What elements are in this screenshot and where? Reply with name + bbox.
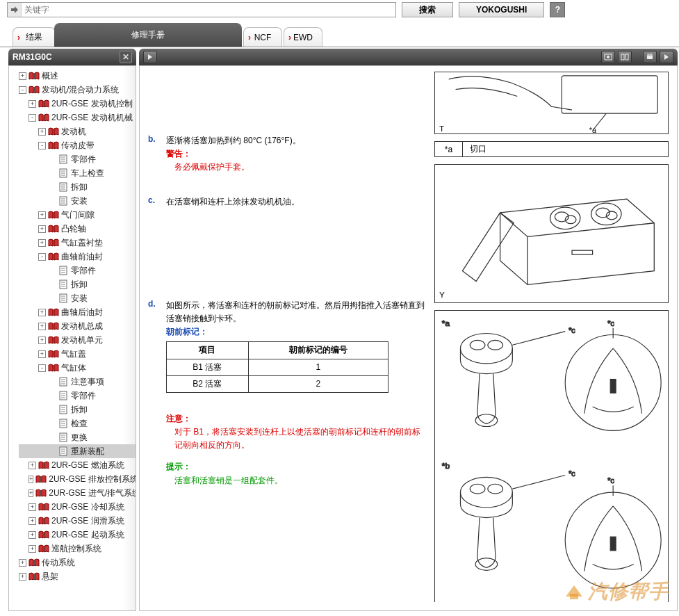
tree-item[interactable]: +气门间隙 [19,208,136,222]
expand-icon[interactable]: + [38,211,46,219]
toggle-blank [48,392,56,400]
expand-icon[interactable]: + [28,531,36,539]
tab-manual[interactable]: 修理手册 [54,23,242,47]
tree-item[interactable]: +概述 [19,69,136,83]
tree-item[interactable]: 车上检查 [19,166,136,180]
tree-item[interactable]: +悬架 [19,569,136,583]
svg-rect-113 [610,537,616,551]
expand-icon[interactable]: + [28,517,36,525]
view-single-button[interactable] [601,51,615,63]
search-input[interactable] [22,5,395,15]
tree-item[interactable]: 注意事项 [19,375,136,389]
tree-item[interactable]: 拆卸 [19,277,136,291]
tab-results[interactable]: ›结果 [13,27,56,47]
tree-item-label: 传动系统 [42,557,75,569]
tree-item[interactable]: +2UR-GSE 起动系统 [19,528,136,542]
help-button[interactable]: ? [550,2,565,17]
tree-item[interactable]: 更换 [19,430,136,444]
tree-item-label: 拆卸 [71,279,88,291]
toggle-blank [48,420,56,428]
expand-icon[interactable]: + [28,476,33,483]
expand-icon[interactable]: + [28,545,36,553]
tab-ewd[interactable]: ›EWD [284,27,322,47]
tree-item[interactable]: 检查 [19,416,136,430]
expand-icon[interactable]: + [28,503,36,511]
expand-icon[interactable]: + [38,337,46,344]
search-button[interactable]: 搜索 [402,2,453,17]
expand-icon[interactable]: + [28,100,36,108]
tree-item[interactable]: +2UR-GSE 润滑系统 [19,514,136,528]
tree-item[interactable]: +2UR-GSE 进气/排气系统 [19,486,136,500]
tree-item[interactable]: +凸轮轴 [19,222,136,236]
tree-item[interactable]: 安装 [19,291,136,305]
print-button[interactable] [643,51,657,63]
svg-rect-67 [43,462,44,469]
expand-icon[interactable]: + [28,462,36,469]
page-icon [58,377,69,387]
svg-point-109 [475,558,498,571]
tree-item[interactable]: +2UR-GSE 冷却系统 [19,500,136,514]
tree-item[interactable]: -2UR-GSE 发动机机械 [19,111,136,124]
play-button[interactable] [143,51,157,63]
book-icon [38,530,49,540]
svg-rect-81 [648,54,652,56]
svg-rect-24 [53,240,54,246]
nav-tree[interactable]: +概述-发动机/混合动力系统+2UR-GSE 发动机控制-2UR-GSE 发动机… [8,65,136,611]
tree-item[interactable]: 零部件 [19,152,136,166]
yokogushi-button[interactable]: YOKOGUSHI [459,2,544,17]
tree-item[interactable]: +巡航控制系统 [19,542,136,556]
tree-item[interactable]: 安装 [19,194,136,208]
svg-rect-71 [43,518,44,524]
tree-item[interactable]: 重新装配 [19,444,136,458]
tree-item-label: 凸轮轴 [61,223,86,235]
tree-item[interactable]: +传动系统 [19,556,136,569]
expand-icon[interactable]: + [38,309,46,316]
svg-rect-74 [33,560,35,566]
expand-icon[interactable]: + [38,225,46,233]
tree-item[interactable]: +2UR-GSE 燃油系统 [19,458,136,472]
collapse-icon[interactable]: - [38,142,46,149]
collapse-icon[interactable]: - [28,114,36,122]
more-button[interactable] [660,51,673,63]
book-icon [35,488,47,498]
collapse-icon[interactable]: - [19,86,26,94]
expand-icon[interactable]: + [38,323,46,330]
collapse-icon[interactable]: - [38,253,46,261]
tree-item[interactable]: 零部件 [19,389,136,403]
view-split-button[interactable] [618,51,632,63]
search-icon[interactable] [8,3,22,17]
tree-item[interactable]: -发动机/混合动力系统 [19,83,136,97]
tree-item[interactable]: +2UR-GSE 发动机控制 [19,97,136,111]
tree-item[interactable]: -传动皮带 [19,138,136,152]
tree-item[interactable]: +气缸盖衬垫 [19,236,136,250]
tree-item[interactable]: +2UR-GSE 排放控制系统 [19,472,136,486]
hint-label: 提示： [166,462,191,471]
expand-icon[interactable]: + [28,489,33,497]
sidebar-close-button[interactable]: ✕ [120,51,132,63]
tree-item[interactable]: 零部件 [19,264,136,277]
expand-icon[interactable]: + [19,573,26,581]
tree-item[interactable]: +气缸盖 [19,347,136,361]
collapse-icon[interactable]: - [38,364,46,372]
expand-icon[interactable]: + [19,72,26,80]
expand-icon[interactable]: + [38,350,46,358]
tree-item[interactable]: 拆卸 [19,180,136,194]
expand-icon[interactable]: + [19,559,26,567]
tree-item[interactable]: +曲轴后油封 [19,305,136,319]
content-scroll[interactable]: b. 逐渐将活塞加热到约 80°C (176°F)。 警告： 务必佩戴保护手套。… [139,65,678,611]
toggle-blank [48,378,56,386]
toggle-blank [48,295,56,302]
book-icon [48,140,59,150]
tree-item[interactable]: +发动机单元 [19,333,136,347]
expand-icon[interactable]: + [38,239,46,247]
tree-item[interactable]: +发动机 [19,124,136,138]
tree-item[interactable]: -曲轴前油封 [19,250,136,264]
book-icon [35,474,47,484]
sidebar-header: RM31G0C ✕ [8,49,136,65]
tree-item-label: 零部件 [71,154,96,165]
expand-icon[interactable]: + [38,128,46,136]
tree-item[interactable]: 拆卸 [19,403,136,416]
tree-item[interactable]: -气缸体 [19,361,136,375]
tree-item[interactable]: +发动机总成 [19,319,136,333]
tab-ncf[interactable]: ›NCF [243,27,282,47]
